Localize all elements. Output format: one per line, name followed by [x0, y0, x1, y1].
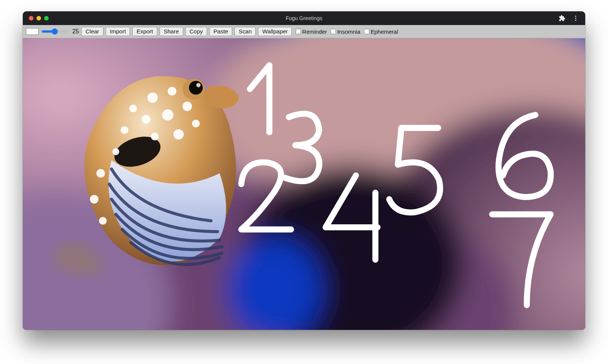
share-button[interactable]: Share [160, 27, 183, 36]
export-button[interactable]: Export [132, 27, 157, 36]
svg-point-1 [575, 18, 576, 19]
stroke-number-5 [389, 128, 440, 213]
titlebar: Fugu Greetings [23, 11, 585, 25]
import-button[interactable]: Import [106, 27, 130, 36]
color-swatch[interactable] [26, 28, 39, 35]
wallpaper-button[interactable]: Wallpaper [258, 27, 292, 36]
insomnia-checkbox[interactable] [331, 29, 336, 34]
ephemeral-label: Ephemeral [370, 28, 398, 35]
more-menu-icon[interactable] [572, 15, 579, 22]
minimize-window-button[interactable] [36, 16, 41, 20]
paste-button[interactable]: Paste [209, 27, 232, 36]
clear-button[interactable]: Clear [81, 27, 103, 36]
toolbar: 25 Clear Import Export Share Copy Paste … [23, 25, 585, 38]
brush-size-slider[interactable] [42, 30, 68, 33]
zoom-window-button[interactable] [44, 16, 49, 20]
app-window: Fugu Greetings 25 Clear Import Export Sh… [23, 11, 585, 330]
stroke-number-1 [250, 65, 269, 132]
svg-point-0 [575, 16, 576, 17]
svg-point-2 [575, 20, 576, 21]
canvas-ink-layer [23, 38, 585, 330]
stroke-number-6 [499, 115, 551, 197]
ephemeral-checkbox-wrap[interactable]: Ephemeral [364, 28, 398, 35]
copy-button[interactable]: Copy [185, 27, 207, 36]
stroke-number-2 [241, 162, 291, 230]
close-window-button[interactable] [29, 16, 33, 20]
scan-button[interactable]: Scan [234, 27, 256, 36]
stroke-number-7 [492, 214, 551, 305]
extensions-icon[interactable] [559, 15, 565, 22]
stroke-number-4 [326, 175, 378, 260]
window-controls [23, 16, 49, 20]
brush-size-value: 25 [71, 28, 79, 35]
reminder-checkbox[interactable] [296, 29, 301, 34]
drawing-canvas[interactable] [23, 38, 585, 330]
window-title: Fugu Greetings [23, 15, 585, 21]
ephemeral-checkbox[interactable] [364, 29, 369, 34]
reminder-label: Reminder [302, 28, 327, 35]
reminder-checkbox-wrap[interactable]: Reminder [296, 28, 327, 35]
insomnia-label: Insomnia [337, 28, 360, 35]
insomnia-checkbox-wrap[interactable]: Insomnia [331, 28, 360, 35]
stroke-number-3 [285, 114, 320, 181]
